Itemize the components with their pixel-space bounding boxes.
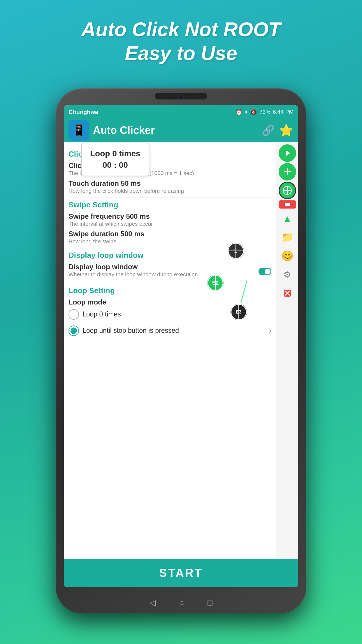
touch-duration-row[interactable]: Touch duration 50 ms How long the click …: [68, 179, 271, 195]
swipe-frequency-desc: The interval at which swipes occur: [68, 220, 271, 228]
swipe-frequency-row[interactable]: Swipe frequency 500 ms The interval at w…: [68, 212, 271, 228]
time-text: 6:44 PM: [273, 109, 294, 115]
loop-option-1-label: Loop 0 times: [82, 310, 121, 318]
share-icon[interactable]: 🔗: [262, 124, 275, 136]
loop-window: Loop 0 times 00 : 00: [81, 143, 149, 176]
swipe-point-1[interactable]: 1: [226, 242, 245, 260]
loop-option-2-label: Loop until stop button is pressed: [82, 327, 179, 335]
gear-button[interactable]: ⚙: [279, 266, 296, 283]
add-button[interactable]: [279, 163, 296, 181]
phone-nav: ◁ ○ □: [150, 598, 212, 608]
loop-option-2-row[interactable]: Loop until stop button is pressed ›: [68, 323, 271, 339]
loop-option-2-radio[interactable]: [68, 326, 79, 336]
loop-window-line1: Loop 0 times: [90, 148, 140, 159]
close-button[interactable]: [279, 284, 296, 302]
home-button[interactable]: ○: [179, 598, 184, 608]
headline: Auto Click Not ROOT Easy to Use: [81, 18, 281, 65]
swipe-point-3[interactable]: E3: [229, 303, 248, 321]
svg-text:S2: S2: [212, 279, 219, 286]
phone-camera: [178, 94, 184, 99]
divider-3: [68, 283, 271, 283]
status-icons: ⏰ ✦ 🔇: [236, 109, 257, 116]
svg-text:E3: E3: [236, 309, 242, 314]
header-actions: 🔗 ⭐: [262, 124, 294, 137]
app-header: 📱 Auto Clicker 🔗 ⭐: [64, 119, 298, 142]
stop-button[interactable]: [279, 200, 296, 209]
display-loop-label: Display loop window: [68, 263, 198, 271]
swipe-section: Swipe frequency 500 ms The interval at w…: [68, 212, 271, 245]
app-icon: 📱: [68, 120, 89, 141]
status-bar: Chunghwa ⏰ ✦ 🔇 73% 6:44 PM: [64, 105, 298, 119]
settings-panel: Loop 0 times 00 : 00 Click Setting Click…: [64, 142, 276, 559]
carrier-text: Chunghwa: [68, 109, 98, 116]
folder-button[interactable]: 📁: [279, 228, 296, 246]
swipe-frequency-label: Swipe frequency 500 ms: [68, 212, 271, 220]
divider-1: [68, 197, 271, 197]
display-loop-toggle[interactable]: [259, 268, 271, 275]
play-button[interactable]: [279, 144, 296, 162]
loop-option-1-radio[interactable]: [68, 309, 79, 320]
star-icon[interactable]: ⭐: [279, 124, 294, 137]
loop-option-2-arrow[interactable]: ›: [269, 326, 271, 335]
phone-mockup: Chunghwa ⏰ ✦ 🔇 73% 6:44 PM 📱 Auto Clicke…: [56, 88, 306, 613]
loop-window-line2: 00 : 00: [90, 159, 140, 171]
phone-screen: Chunghwa ⏰ ✦ 🔇 73% 6:44 PM 📱 Auto Clicke…: [64, 105, 298, 587]
status-right: ⏰ ✦ 🔇 73% 6:44 PM: [236, 109, 294, 116]
svg-point-18: [287, 190, 288, 191]
display-loop-row[interactable]: Display loop window Whether to display t…: [68, 263, 271, 281]
headline-line1: Auto Click Not ROOT: [81, 18, 281, 40]
up-button[interactable]: ▲: [279, 210, 296, 227]
svg-text:1: 1: [234, 247, 237, 253]
headline-line2: Easy to Use: [125, 42, 237, 64]
touch-duration-label: Touch duration 50 ms: [68, 179, 271, 188]
swipe-setting-title: Swipe Setting: [68, 200, 271, 209]
swipe-point-2[interactable]: S2: [206, 274, 225, 292]
emoji-button[interactable]: 😊: [279, 247, 296, 265]
touch-duration-desc: How long the click holds down before rel…: [68, 188, 271, 195]
back-button[interactable]: ◁: [150, 598, 156, 608]
battery-text: 73%: [259, 109, 270, 115]
app-title: Auto Clicker: [93, 124, 262, 136]
cursor-button[interactable]: [279, 182, 296, 199]
recent-button[interactable]: □: [208, 598, 212, 608]
svg-marker-12: [286, 150, 290, 156]
right-toolbar: ▲ 📁 😊 ⚙: [276, 142, 298, 559]
display-loop-desc: Whether to display the loop window durin…: [68, 271, 198, 278]
start-button[interactable]: START: [64, 559, 298, 587]
loop-setting-title: Loop Setting: [68, 286, 271, 295]
swipe-duration-label: Swipe duration 500 ms: [68, 230, 271, 238]
main-content: Loop 0 times 00 : 00 Click Setting Click…: [64, 142, 298, 559]
